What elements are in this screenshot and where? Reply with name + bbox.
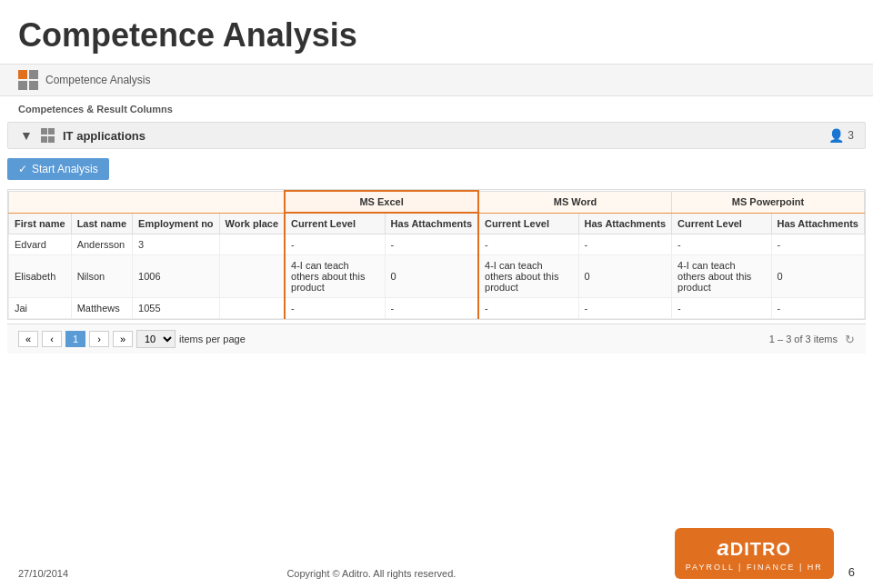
- last-page-button[interactable]: »: [113, 331, 133, 347]
- col-header-excel-level: Current Level: [285, 213, 385, 234]
- next-page-button[interactable]: ›: [89, 331, 109, 347]
- col-header-workplace: Work place: [219, 213, 285, 234]
- cell-word-level: -: [478, 234, 578, 255]
- group-badge: 👤 3: [828, 128, 854, 143]
- badge-count: 3: [848, 129, 854, 142]
- cell-word-att: 0: [578, 255, 671, 298]
- refresh-icon[interactable]: ↻: [845, 333, 855, 346]
- cell-workplace: [219, 234, 285, 255]
- breadcrumb-label: Competence Analysis: [45, 74, 150, 86]
- table-sub-header-row: First name Last name Employment no Work …: [9, 213, 865, 234]
- cell-word-att: -: [578, 298, 671, 319]
- check-icon: ✓: [18, 163, 27, 175]
- cell-lastname: Matthews: [71, 298, 132, 319]
- footer-logo: aDITRO PAYROLL | FINANCE | HR: [675, 528, 834, 579]
- chevron-down-icon[interactable]: ▼: [19, 128, 34, 143]
- footer-right-group: aDITRO PAYROLL | FINANCE | HR 6: [675, 528, 855, 579]
- col-header-pp-att: Has Attachments: [771, 213, 864, 234]
- data-table-wrapper: MS Excel MS Word MS Powerpoint First nam…: [7, 189, 866, 320]
- items-per-page-label: items per page: [179, 334, 246, 344]
- cell-pp-att: -: [771, 298, 864, 319]
- cell-excel-level: -: [285, 234, 385, 255]
- footer: 27/10/2014 Copyright © Aditro. All right…: [0, 519, 873, 588]
- logo-aditro-text: aDITRO: [717, 535, 791, 561]
- person-icon: 👤: [828, 128, 844, 143]
- range-label: 1 – 3 of 3 items: [769, 334, 838, 344]
- col-header-word-att: Has Attachments: [578, 213, 671, 234]
- footer-copyright: Copyright © Aditro. All rights reserved.: [286, 568, 456, 579]
- ms-pp-group-header: MS Powerpoint: [672, 191, 865, 213]
- cell-pp-level: -: [672, 298, 772, 319]
- col-header-firstname: First name: [9, 213, 72, 234]
- cell-excel-level: -: [285, 298, 385, 319]
- footer-page-number: 6: [848, 565, 855, 579]
- col-header-lastname: Last name: [71, 213, 132, 234]
- cell-firstname: Elisabeth: [9, 255, 72, 298]
- pagination-bar: « ‹ 1 › » 10 25 50 items per page 1 – 3 …: [7, 324, 866, 354]
- ms-word-group-header: MS Word: [478, 191, 671, 213]
- col-header-word-level: Current Level: [478, 213, 578, 234]
- table-group-header-row: MS Excel MS Word MS Powerpoint: [9, 191, 865, 213]
- cell-excel-att: -: [385, 298, 478, 319]
- cell-word-level: 4-I can teach others about this product: [478, 255, 578, 298]
- pagination-left: « ‹ 1 › » 10 25 50 items per page: [18, 330, 246, 348]
- group-label: IT applications: [63, 129, 146, 143]
- competence-table: MS Excel MS Word MS Powerpoint First nam…: [8, 190, 865, 319]
- items-per-page-select[interactable]: 10 25 50: [136, 330, 176, 348]
- table-row: EdvardAndersson3------: [9, 234, 865, 255]
- start-btn-area: ✓ Start Analysis: [0, 153, 873, 185]
- logo-sub-text: PAYROLL | FINANCE | HR: [686, 563, 823, 572]
- group-grid-icon: [41, 128, 55, 143]
- logo-box: aDITRO PAYROLL | FINANCE | HR: [675, 528, 834, 579]
- cell-excel-att: 0: [385, 255, 478, 298]
- start-analysis-button[interactable]: ✓ Start Analysis: [7, 158, 109, 180]
- table-body: EdvardAndersson3------ElisabethNilson100…: [9, 234, 865, 319]
- cell-excel-att: -: [385, 234, 478, 255]
- start-btn-label: Start Analysis: [32, 163, 98, 175]
- cell-pp-att: -: [771, 234, 864, 255]
- footer-date: 27/10/2014: [18, 568, 68, 579]
- cell-excel-level: 4-I can teach others about this product: [285, 255, 385, 298]
- cell-firstname: Edvard: [9, 234, 72, 255]
- cell-firstname: Jai: [9, 298, 72, 319]
- col-header-excel-att: Has Attachments: [385, 213, 478, 234]
- page-title: Competence Analysis: [0, 0, 873, 64]
- page-1-button[interactable]: 1: [65, 331, 85, 347]
- cell-empno: 1055: [133, 298, 220, 319]
- breadcrumb-icon: [18, 70, 38, 90]
- table-row: ElisabethNilson10064-I can teach others …: [9, 255, 865, 298]
- col-header-pp-level: Current Level: [672, 213, 772, 234]
- col-header-empno: Employment no: [133, 213, 220, 234]
- cell-pp-level: 4-I can teach others about this product: [672, 255, 772, 298]
- cell-word-att: -: [578, 234, 671, 255]
- base-col-group-header: [9, 191, 286, 213]
- cell-pp-att: 0: [771, 255, 864, 298]
- ms-excel-group-header: MS Excel: [285, 191, 478, 213]
- cell-workplace: [219, 298, 285, 319]
- cell-pp-level: -: [672, 234, 772, 255]
- cell-empno: 3: [133, 234, 220, 255]
- cell-word-level: -: [478, 298, 578, 319]
- pagination-right: 1 – 3 of 3 items ↻: [769, 333, 855, 346]
- prev-page-button[interactable]: ‹: [42, 331, 62, 347]
- cell-workplace: [219, 255, 285, 298]
- section-header: Competences & Result Columns: [0, 96, 873, 118]
- cell-lastname: Andersson: [71, 234, 132, 255]
- cell-empno: 1006: [133, 255, 220, 298]
- first-page-button[interactable]: «: [18, 331, 38, 347]
- cell-lastname: Nilson: [71, 255, 132, 298]
- table-row: JaiMatthews1055------: [9, 298, 865, 319]
- breadcrumb-bar: Competence Analysis: [0, 64, 873, 96]
- group-bar: ▼ IT applications 👤 3: [7, 122, 866, 149]
